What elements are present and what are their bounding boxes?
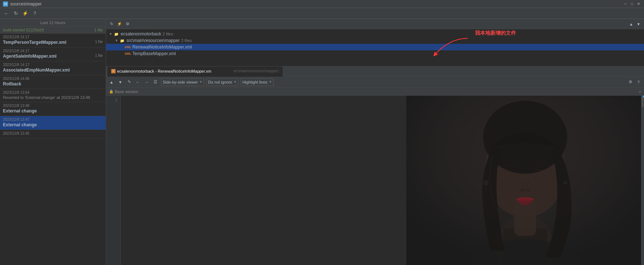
sync-icon[interactable]: ↻ (108, 21, 115, 27)
collapse-tree-icon[interactable]: ▼ (635, 21, 642, 27)
tree-count: 2 files (181, 38, 192, 43)
app-icon: IJ (3, 1, 8, 7)
line-number: 1 (106, 97, 117, 104)
file-tree-toolbar: ↻ ⚡ ⚙ ▲ ▼ (106, 19, 644, 29)
title-bar-controls: ─ □ ✕ (623, 1, 641, 7)
title-bar-text: sources\mapper (10, 1, 42, 7)
collapse-diff-button[interactable]: ☰ (152, 79, 159, 85)
recent-button[interactable]: ⚡ (21, 9, 29, 18)
folder-icon: 📁 (113, 31, 119, 37)
diff-content: 1 (106, 96, 644, 265)
history-date: 2023/12/8 13:45 (3, 131, 103, 135)
back-diff-button[interactable]: ← (135, 79, 141, 85)
history-date: 2023/12/8 14:17 (3, 35, 103, 39)
main-layout: Last 12 Hours build started 52225d29 1 f… (0, 19, 644, 265)
build-bar: build started 52225d29 1 file (0, 27, 106, 34)
history-label: AgentSaleInfoMapper.xml (3, 54, 57, 59)
history-date: 2023/12/8 13:47 (3, 118, 103, 122)
diff-tab-bar: X ecsalenonmotorback - RenewalNoticeInfo… (106, 66, 644, 77)
close-button[interactable]: ✕ (636, 1, 641, 7)
highlight-label: Highlight lines (242, 80, 267, 84)
line-numbers-area: 1 (106, 96, 644, 265)
history-date: 2023/12/8 14:17 (3, 63, 103, 67)
history-item[interactable]: 2023/12/8 13:54 Reverted to 'External ch… (0, 89, 106, 102)
code-area[interactable] (121, 96, 644, 265)
expand-icon[interactable]: ▲ (628, 21, 634, 27)
tree-name: RenewalNoticeInfoMapper.xml (132, 45, 192, 50)
file-tree-area: ↻ ⚡ ⚙ ▲ ▼ ▼ 📁 ecsalenonmotorback 2 files (106, 19, 644, 66)
tree-name: TempBaseMapper.xml (132, 51, 176, 56)
history-label: External change (3, 122, 103, 127)
tree-arrow-icon: ▼ (115, 39, 119, 42)
right-panel: ↻ ⚡ ⚙ ▲ ▼ ▼ 📁 ecsalenonmotorback 2 files (106, 19, 644, 265)
tree-name: src\main\resources\mapper (127, 38, 180, 43)
viewer-mode-label: Side-by-side viewer (163, 80, 198, 84)
history-item[interactable]: 2023/12/8 14:17 AgentSaleInfoMapper.xml … (0, 47, 106, 61)
history-label: TempPersonTargetMapper.xml (3, 40, 67, 45)
history-label: Rollback (3, 81, 103, 87)
nav-up-button[interactable]: ▲ (108, 79, 115, 85)
tree-item-root[interactable]: ▼ 📁 ecsalenonmotorback 2 files (106, 31, 644, 37)
history-label: AssociatedEmpNumMapper.xml (3, 68, 103, 73)
diff-header-indicator: ● (639, 89, 641, 93)
diff-tab-label: ecsalenonmotorback - RenewalNoticeInfoMa… (117, 69, 211, 73)
history-sub: Reverted to 'External change' at 2023/12… (3, 95, 103, 100)
history-files: 1 file (95, 54, 103, 58)
history-item[interactable]: 2023/12/8 13:45 (0, 130, 106, 139)
history-label: External change (3, 108, 103, 114)
base-version-label: Base version (115, 89, 138, 94)
dropdown-arrow-icon: ▼ (199, 80, 202, 84)
help-button[interactable]: ? (31, 9, 39, 18)
build-files: 1 file (94, 28, 103, 32)
history-date: 2023/12/8 14:17 (3, 49, 103, 53)
main-toolbar: ← ↻ ⚡ ? (0, 8, 644, 19)
history-date: 2023/12/8 14:06 (3, 77, 103, 81)
history-item[interactable]: 2023/12/8 14:06 Rollback (0, 75, 106, 89)
history-item-selected[interactable]: 2023/12/8 13:47 External change (0, 116, 106, 130)
refresh-icon[interactable]: ⚡ (116, 21, 123, 27)
history-date: 2023/12/8 13:48 (3, 104, 103, 108)
history-item[interactable]: 2023/12/8 13:48 External change (0, 102, 106, 116)
settings-icon[interactable]: ⚙ (124, 21, 131, 27)
forward-diff-button[interactable]: → (143, 79, 150, 85)
lock-icon: 🔒 (109, 89, 113, 93)
tree-arrow-icon: ▼ (109, 32, 113, 36)
left-panel: Last 12 Hours build started 52225d29 1 f… (0, 19, 106, 265)
scrollbar-thumb (642, 96, 643, 107)
folder-icon: 📁 (119, 38, 125, 43)
tree-name: ecsalenonmotorback (121, 31, 161, 37)
dropdown-arrow-icon: ▼ (234, 80, 237, 84)
right-scrollbar[interactable] (641, 96, 644, 265)
gear-icon[interactable]: ⚙ (627, 79, 634, 85)
line-numbers: 1 (106, 96, 121, 265)
tree-count: 2 files (163, 32, 173, 36)
diff-tab-active[interactable]: X ecsalenonmotorback - RenewalNoticeInfo… (108, 66, 283, 77)
minimize-button[interactable]: ─ (623, 1, 628, 7)
diff-base-header: 🔒 Base version ● (106, 88, 644, 96)
diff-toolbar: ▲ ▼ ✎ ← → ☰ Side-by-side viewer ▼ Do not… (106, 77, 644, 88)
diff-settings: ⚙ ? (627, 79, 642, 85)
tree-item-renewal-mapper[interactable]: XML RenewalNoticeInfoMapper.xml (106, 44, 644, 50)
history-item[interactable]: 2023/12/8 14:17 TempPersonTargetMapper.x… (0, 34, 106, 47)
diff-tab-path: src\main\resources\mapper) (233, 69, 279, 73)
title-bar: IJ sources\mapper ─ □ ✕ (0, 0, 644, 8)
back-button[interactable]: ← (2, 9, 10, 18)
help-diff-button[interactable]: ? (635, 79, 642, 85)
forward-button[interactable]: ↻ (12, 9, 20, 18)
nav-down-button[interactable]: ▼ (117, 79, 124, 85)
ignore-label: Do not ignore (208, 80, 232, 84)
dropdown-arrow-icon: ▼ (269, 80, 272, 84)
tree-item-mapper-folder[interactable]: ▼ 📁 src\main\resources\mapper 2 files (106, 37, 644, 44)
history-date: 2023/12/8 13:54 (3, 91, 103, 95)
maximize-button[interactable]: □ (629, 1, 634, 7)
time-range-header: Last 12 Hours (0, 19, 106, 27)
file-tree-content: ▼ 📁 ecsalenonmotorback 2 files ▼ 📁 src\m… (106, 29, 644, 58)
edit-button[interactable]: ✎ (126, 79, 132, 85)
ignore-dropdown[interactable]: Do not ignore ▼ (206, 78, 238, 86)
xml-file-icon: X (111, 69, 116, 73)
history-list: 2023/12/8 14:17 TempPersonTargetMapper.x… (0, 34, 106, 265)
tree-item-temp-base-mapper[interactable]: XML TempBaseMapper.xml (106, 50, 644, 57)
highlight-dropdown[interactable]: Highlight lines ▼ (241, 78, 274, 86)
viewer-mode-dropdown[interactable]: Side-by-side viewer ▼ (161, 78, 204, 86)
history-item[interactable]: 2023/12/8 14:17 AssociatedEmpNumMapper.x… (0, 61, 106, 75)
